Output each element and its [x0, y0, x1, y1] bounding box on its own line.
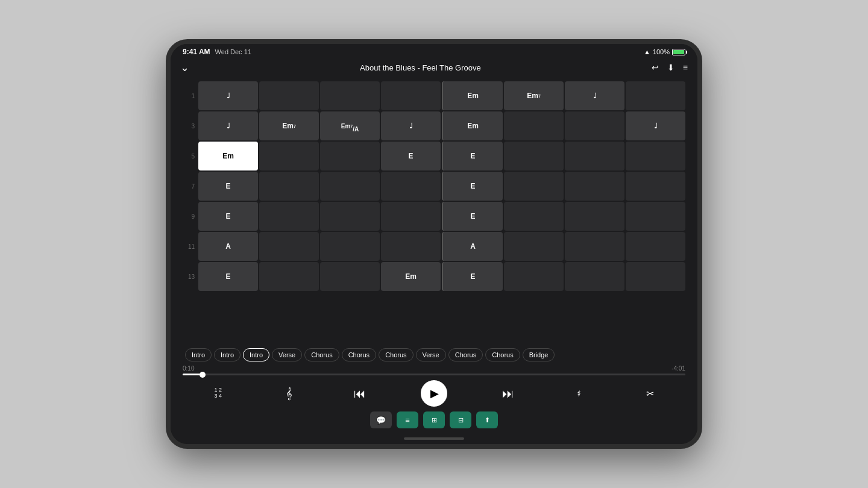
- header-left: ⌄: [180, 61, 189, 74]
- chord-cell[interactable]: ♩: [198, 111, 258, 140]
- play-button[interactable]: ▶: [421, 380, 447, 407]
- chord-cell[interactable]: A: [442, 232, 503, 261]
- chord-cell[interactable]: [381, 232, 441, 261]
- chord-cell[interactable]: E: [198, 262, 258, 291]
- chord-cell[interactable]: [504, 202, 564, 231]
- chord-cell[interactable]: [504, 262, 564, 291]
- progress-handle[interactable]: [200, 372, 206, 378]
- chord-cell[interactable]: [504, 111, 564, 140]
- chord-cell[interactable]: ♩: [626, 111, 685, 140]
- chord-cells-11: A A: [198, 232, 685, 261]
- list-view-button[interactable]: ≡: [397, 411, 418, 428]
- chord-cell[interactable]: Em: [442, 81, 503, 110]
- chord-cell[interactable]: E: [442, 142, 503, 170]
- chat-icon: 💬: [376, 416, 386, 425]
- chord-cell[interactable]: [381, 172, 441, 201]
- chord-cell[interactable]: Em: [442, 111, 503, 140]
- grid-view-button[interactable]: ⊞: [423, 411, 445, 428]
- chord-cell[interactable]: E: [381, 142, 441, 170]
- section-tag-chorus-5[interactable]: Chorus: [485, 348, 520, 361]
- chord-cell[interactable]: Em7: [504, 81, 564, 110]
- chord-cell[interactable]: [259, 262, 319, 291]
- chord-cell[interactable]: [259, 81, 319, 110]
- transport-bar: 1 2 3 4 𝄞 ⏮ ▶ ⏭ ♯ ✂: [171, 375, 697, 409]
- chord-cell[interactable]: [320, 262, 380, 291]
- section-tag-intro-1[interactable]: Intro: [185, 348, 212, 361]
- home-bar: [404, 437, 464, 440]
- chord-cell[interactable]: [259, 202, 319, 231]
- menu-icon[interactable]: ≡: [683, 63, 688, 72]
- section-tag-chorus-3[interactable]: Chorus: [379, 348, 413, 361]
- chord-cell[interactable]: [381, 81, 441, 110]
- chord-cell[interactable]: [504, 232, 564, 261]
- section-tag-chorus-1[interactable]: Chorus: [304, 348, 339, 361]
- chord-cell[interactable]: [381, 202, 441, 231]
- chord-cell[interactable]: [320, 202, 380, 231]
- chord-cell[interactable]: [320, 81, 380, 110]
- section-tag-verse-1[interactable]: Verse: [272, 348, 302, 361]
- chord-cell[interactable]: [259, 142, 319, 170]
- fast-forward-button[interactable]: ⏭: [498, 384, 518, 403]
- chord-cell[interactable]: [565, 202, 624, 231]
- chord-cell[interactable]: [626, 232, 685, 261]
- chord-cells-9: E E: [198, 202, 685, 231]
- export-icon: ⬆: [485, 416, 490, 424]
- bottom-toolbar: 💬 ≡ ⊞ ⊟ ⬆: [171, 409, 697, 433]
- chord-cell[interactable]: E: [442, 262, 503, 291]
- section-tag-chorus-2[interactable]: Chorus: [342, 348, 376, 361]
- chord-cell[interactable]: [626, 262, 685, 291]
- chord-cell[interactable]: ♩: [198, 81, 258, 110]
- download-icon[interactable]: ⬇: [667, 63, 675, 72]
- chord-cell[interactable]: [320, 232, 380, 261]
- chord-cell[interactable]: [565, 111, 624, 140]
- chord-cells-7: E E: [198, 172, 685, 201]
- chord-cell[interactable]: [626, 81, 685, 110]
- time-signature[interactable]: 1 2 3 4: [209, 384, 228, 403]
- chord-cell[interactable]: Em: [381, 262, 441, 291]
- section-tag-intro-3[interactable]: Intro: [243, 348, 269, 361]
- header: ⌄ About the Blues - Feel The Groove ↩ ⬇ …: [171, 58, 697, 79]
- transpose-icon[interactable]: ♯: [570, 384, 589, 403]
- chord-cell[interactable]: A: [198, 232, 258, 261]
- rewind-button[interactable]: ⏮: [350, 384, 370, 403]
- undo-icon[interactable]: ↩: [652, 63, 659, 72]
- scissors-icon[interactable]: ✂: [640, 384, 659, 403]
- row-number-9: 9: [183, 213, 195, 220]
- chord-cell[interactable]: [504, 172, 564, 201]
- chord-cell[interactable]: [259, 172, 319, 201]
- section-tag-intro-2[interactable]: Intro: [214, 348, 241, 361]
- row-number-3: 3: [183, 123, 195, 130]
- chord-cell[interactable]: [626, 172, 685, 201]
- chord-cell[interactable]: ♩: [381, 111, 441, 140]
- chord-cell[interactable]: [565, 142, 624, 170]
- chord-cell[interactable]: E: [442, 172, 503, 201]
- chord-cell[interactable]: [565, 232, 624, 261]
- chord-cell-active[interactable]: Em: [198, 142, 258, 170]
- chord-cell[interactable]: [259, 232, 319, 261]
- metronome-icon[interactable]: 𝄞: [279, 384, 298, 403]
- chord-cell[interactable]: [565, 172, 624, 201]
- chord-cell[interactable]: Em7/A: [320, 111, 380, 140]
- chord-cell[interactable]: [320, 172, 380, 201]
- back-chevron-icon[interactable]: ⌄: [180, 61, 189, 74]
- chord-cell[interactable]: ♩: [565, 81, 624, 110]
- chord-cell[interactable]: Em7: [259, 111, 319, 140]
- chord-cell[interactable]: [320, 142, 380, 170]
- progress-bar[interactable]: [183, 374, 685, 375]
- chord-cell[interactable]: E: [198, 172, 258, 201]
- export-tool-button[interactable]: ⬆: [476, 411, 498, 428]
- section-tag-verse-2[interactable]: Verse: [416, 348, 446, 361]
- chord-cell[interactable]: [565, 262, 624, 291]
- status-indicators: ▲ 100%: [644, 48, 685, 55]
- table-view-button[interactable]: ⊟: [450, 411, 471, 428]
- chord-cell[interactable]: [504, 142, 564, 170]
- chord-cell[interactable]: E: [198, 202, 258, 231]
- chat-tool-button[interactable]: 💬: [370, 411, 392, 428]
- chord-cell[interactable]: [626, 142, 685, 170]
- chord-cell[interactable]: [626, 202, 685, 231]
- grid-row-1: 1 ♩ Em Em7 ♩: [183, 81, 685, 110]
- chord-grid: 1 ♩ Em Em7 ♩ 3 ♩: [183, 81, 685, 291]
- chord-cell[interactable]: E: [442, 202, 503, 231]
- section-tag-chorus-4[interactable]: Chorus: [448, 348, 483, 361]
- section-tag-bridge[interactable]: Bridge: [523, 348, 555, 361]
